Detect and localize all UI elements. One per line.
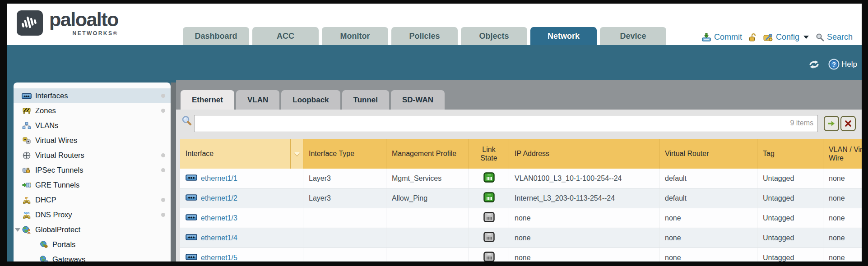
table-cell: none <box>659 208 757 228</box>
sidebar-item-label: GlobalProtect <box>35 225 80 234</box>
table-row-ethernet1-1: ethernet1/1Layer3Mgmt_ServicesVLAN0100_L… <box>180 169 862 188</box>
sidebar-item-gre-tunnels[interactable]: GRE Tunnels <box>14 178 171 193</box>
sidebar-item-ipsec-tunnels[interactable]: IPSec Tunnels <box>14 163 171 178</box>
col-header-management-profile[interactable]: Management Profile <box>386 139 469 169</box>
expander-triangle-icon[interactable] <box>15 228 20 232</box>
status-dot <box>161 198 165 202</box>
col-header-vlan-virtual-wire[interactable]: VLAN / Virtual Wire <box>823 139 862 169</box>
table-cell: Untagged <box>757 188 823 208</box>
nav-tab-dashboard[interactable]: Dashboard <box>183 27 249 45</box>
subtab-vlan[interactable]: VLAN <box>236 90 279 110</box>
table-cell: Allow_Ping <box>386 188 469 208</box>
top-bar: paloalto NETWORKS® DashboardACCMonitorPo… <box>7 4 862 45</box>
nav-tab-network[interactable]: Network <box>530 27 597 45</box>
apply-filter-button[interactable] <box>824 116 839 131</box>
filter-input[interactable] <box>194 115 818 132</box>
table-cell <box>303 248 386 261</box>
interface-cell: ethernet1/1 <box>180 169 303 188</box>
search-button[interactable]: Search <box>816 32 853 42</box>
col-header-ip-address[interactable]: IP Address <box>509 139 659 169</box>
nav-tab-monitor[interactable]: Monitor <box>322 27 388 45</box>
ethernet-interface-icon <box>186 234 197 243</box>
sidebar-item-dhcp[interactable]: IPDHCP <box>14 193 171 207</box>
link-state-cell <box>469 169 509 188</box>
sidebar-item-vlans[interactable]: VLANs <box>14 118 171 133</box>
subtab-loopback[interactable]: Loopback <box>281 90 340 110</box>
interfaces-table: InterfaceInterface TypeManagement Profil… <box>180 139 862 261</box>
interface-link[interactable]: ethernet1/5 <box>201 254 237 262</box>
gateways-icon <box>39 256 49 261</box>
help-icon: ? <box>828 59 840 70</box>
table-row-ethernet1-3: ethernet1/3nonenoneUntaggednone <box>180 208 862 228</box>
table-cell: VLAN0100_L3_10-1-100-254--24 <box>509 169 659 188</box>
subtab-ethernet[interactable]: Ethernet <box>181 90 234 110</box>
interface-sort-dropdown[interactable] <box>291 139 303 169</box>
col-header-link-state[interactable]: Link State <box>469 139 509 169</box>
nav-tab-policies[interactable]: Policies <box>391 27 458 45</box>
col-header-tag[interactable]: Tag <box>757 139 823 169</box>
sidebar-item-label: VLANs <box>35 121 58 130</box>
table-cell: none <box>659 248 757 261</box>
col-header-interface-type[interactable]: Interface Type <box>303 139 386 169</box>
interface-link[interactable]: ethernet1/4 <box>201 234 237 242</box>
col-header-virtual-router[interactable]: Virtual Router <box>659 139 757 169</box>
help-button[interactable]: ? Help <box>828 59 857 70</box>
globalprotect-icon <box>22 226 32 234</box>
virtual-wires-icon <box>22 137 32 144</box>
sidebar-item-dns-proxy[interactable]: DNSDNS Proxy <box>14 207 171 222</box>
sidebar-item-portals[interactable]: Portals <box>14 237 171 252</box>
link-state-up-icon <box>483 172 495 184</box>
paloalto-logo-icon <box>16 9 43 37</box>
nav-tab-device[interactable]: Device <box>600 27 666 45</box>
interface-link[interactable]: ethernet1/2 <box>201 194 237 202</box>
table-cell: none <box>659 228 757 248</box>
table-cell: none <box>823 228 862 248</box>
subtab-tunnel[interactable]: Tunnel <box>342 90 389 110</box>
sidebar-item-zones[interactable]: Zones <box>14 103 171 118</box>
brand-name: paloalto <box>49 9 118 30</box>
sidebar-item-gateways[interactable]: Gateways <box>14 252 171 261</box>
config-dropdown[interactable]: Config <box>763 32 809 42</box>
lock-icon[interactable] <box>749 33 757 42</box>
interface-link[interactable]: ethernet1/3 <box>201 214 237 222</box>
status-dot <box>161 153 165 157</box>
sidebar-item-virtual-routers[interactable]: Virtual Routers <box>14 148 171 163</box>
table-cell: default <box>659 169 757 188</box>
subtab-sd-wan[interactable]: SD-WAN <box>391 90 445 110</box>
table-cell <box>386 228 469 248</box>
svg-text:DNS: DNS <box>24 211 30 214</box>
sidebar-item-interfaces[interactable]: Interfaces <box>14 88 171 103</box>
refresh-icon[interactable] <box>808 60 820 69</box>
table-cell: none <box>823 248 862 261</box>
sidebar-item-label: GRE Tunnels <box>35 181 79 189</box>
help-label: Help <box>841 60 857 69</box>
app-window: paloalto NETWORKS® DashboardACCMonitorPo… <box>7 4 862 261</box>
ethernet-interface-icon <box>186 174 197 183</box>
screenshot-frame: paloalto NETWORKS® DashboardACCMonitorPo… <box>0 0 868 266</box>
table-cell <box>386 248 469 261</box>
table-cell: Layer3 <box>303 188 386 208</box>
nav-tab-acc[interactable]: ACC <box>252 27 319 45</box>
table-header: InterfaceInterface TypeManagement Profil… <box>180 139 862 169</box>
primary-nav: DashboardACCMonitorPoliciesObjectsNetwor… <box>183 27 666 45</box>
ipsec-tunnels-icon <box>22 167 32 174</box>
sort-arrow-icon <box>294 152 300 156</box>
link-state-down-icon <box>483 232 495 244</box>
table-cell: none <box>509 248 659 261</box>
col-header-interface[interactable]: Interface <box>180 139 291 169</box>
sidebar-item-label: DHCP <box>35 196 56 204</box>
status-dot <box>161 213 165 217</box>
sidebar-item-globalprotect[interactable]: GlobalProtect <box>14 222 171 237</box>
chevron-down-icon <box>803 36 809 39</box>
red-x-icon <box>845 120 852 127</box>
clear-filter-button[interactable] <box>840 116 856 131</box>
network-subtabs: EthernetVLANLoopbackTunnelSD-WAN <box>181 90 445 110</box>
link-state-down-icon <box>483 212 495 224</box>
nav-tab-objects[interactable]: Objects <box>461 27 527 45</box>
link-state-cell <box>469 188 509 208</box>
sidebar-item-virtual-wires[interactable]: Virtual Wires <box>14 133 171 148</box>
commit-button[interactable]: Commit <box>701 32 742 42</box>
interface-link[interactable]: ethernet1/1 <box>201 174 237 183</box>
svg-text:?: ? <box>832 61 836 68</box>
sidebar-scrollbar[interactable] <box>171 83 176 261</box>
